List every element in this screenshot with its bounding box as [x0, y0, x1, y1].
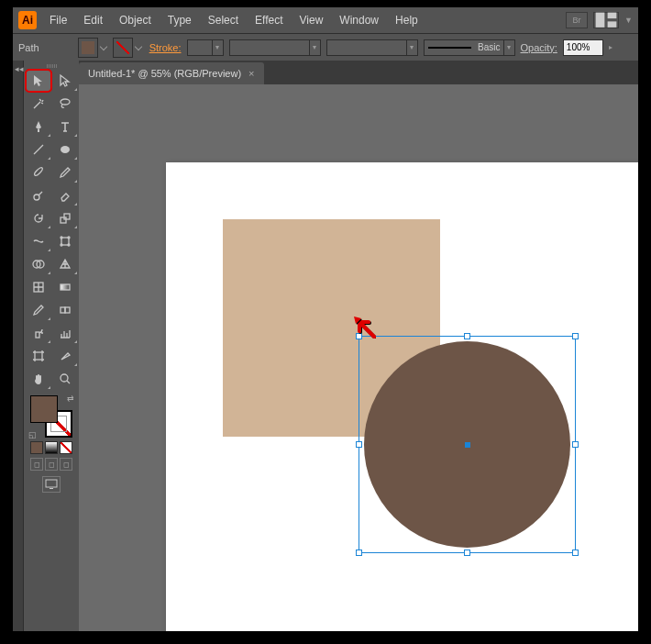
- selection-handle-w[interactable]: [356, 441, 362, 448]
- toolbox-grip[interactable]: [26, 62, 77, 70]
- tab-title: Untitled-1* @ 55% (RGB/Preview): [88, 68, 241, 79]
- menu-object[interactable]: Object: [112, 10, 159, 30]
- type-tool[interactable]: [52, 116, 78, 138]
- svg-rect-8: [61, 238, 69, 245]
- default-colors-icon[interactable]: ◱: [28, 430, 37, 439]
- slice-tool[interactable]: [52, 345, 78, 367]
- opacity-chevron-icon[interactable]: ▸: [609, 43, 620, 51]
- ellipse-tool[interactable]: [52, 139, 78, 161]
- perspective-grid-tool[interactable]: [52, 253, 78, 275]
- rotate-tool[interactable]: [26, 207, 51, 229]
- svg-rect-16: [61, 284, 70, 290]
- blob-brush-tool[interactable]: [26, 184, 51, 206]
- menu-effect[interactable]: Effect: [248, 10, 290, 30]
- variable-width-combo[interactable]: ▾: [326, 39, 418, 56]
- eraser-tool[interactable]: [52, 184, 78, 206]
- content-area: ◂◂: [13, 61, 638, 631]
- svg-rect-19: [36, 332, 39, 338]
- eyedropper-tool[interactable]: [26, 299, 51, 321]
- chevron-down-icon[interactable]: ▼: [624, 16, 633, 25]
- svg-rect-18: [65, 307, 70, 313]
- svg-rect-2: [608, 22, 617, 28]
- arrange-docs-button[interactable]: [593, 12, 619, 28]
- svg-rect-22: [46, 480, 57, 487]
- draw-mode-row: ◻ ◻ ◻: [30, 458, 72, 471]
- direct-selection-tool[interactable]: [52, 70, 78, 92]
- color-mode-solid[interactable]: [30, 441, 43, 454]
- draw-normal-button[interactable]: ◻: [30, 458, 43, 471]
- mesh-tool[interactable]: [26, 276, 51, 298]
- selection-handle-ne[interactable]: [572, 333, 579, 339]
- selection-tool[interactable]: [26, 70, 51, 92]
- menu-view[interactable]: View: [292, 10, 331, 30]
- gradient-tool[interactable]: [52, 276, 78, 298]
- hand-tool[interactable]: [26, 368, 51, 390]
- svg-rect-23: [50, 488, 53, 489]
- brush-definition-combo[interactable]: ▾: [229, 39, 321, 56]
- toolbox: ⇄ ◱ ◻ ◻ ◻: [24, 61, 79, 631]
- selection-bounding-box[interactable]: [359, 336, 576, 553]
- lasso-tool[interactable]: [52, 93, 78, 115]
- fill-color-indicator[interactable]: [30, 395, 58, 423]
- bridge-button[interactable]: Br: [566, 12, 588, 28]
- fill-swatch[interactable]: [78, 38, 98, 58]
- color-mode-none[interactable]: [60, 441, 72, 454]
- app-window: Ai File Edit Object Type Select Effect V…: [13, 7, 638, 631]
- svg-point-21: [61, 374, 68, 382]
- opacity-label[interactable]: Opacity:: [521, 42, 557, 53]
- stroke-swatch[interactable]: [113, 38, 133, 58]
- menu-type[interactable]: Type: [160, 10, 199, 30]
- pencil-tool[interactable]: [52, 161, 78, 183]
- svg-rect-7: [64, 214, 70, 219]
- svg-rect-0: [596, 13, 605, 28]
- shape-builder-tool[interactable]: [26, 253, 51, 275]
- draw-inside-button[interactable]: ◻: [60, 458, 72, 471]
- scale-tool[interactable]: [52, 207, 78, 229]
- annotation-arrow-icon: [347, 309, 383, 350]
- menu-edit[interactable]: Edit: [76, 10, 110, 30]
- panel-collapse-column[interactable]: ◂◂: [13, 61, 24, 631]
- menu-help[interactable]: Help: [388, 10, 425, 30]
- document-tab[interactable]: Untitled-1* @ 55% (RGB/Preview) ×: [79, 62, 264, 84]
- fill-stroke-indicator[interactable]: ⇄ ◱: [30, 395, 72, 438]
- control-bar: Path Stroke: ▾ ▾ ▾ Basic ▾ Opacity: 100%…: [13, 33, 638, 61]
- width-tool[interactable]: [26, 230, 51, 252]
- zoom-tool[interactable]: [52, 368, 78, 390]
- stroke-label[interactable]: Stroke:: [149, 42, 182, 53]
- free-transform-tool[interactable]: [52, 230, 78, 252]
- screen-mode-button[interactable]: [42, 476, 61, 493]
- selection-handle-sw[interactable]: [356, 550, 362, 556]
- document-area: Untitled-1* @ 55% (RGB/Preview) ×: [79, 61, 638, 631]
- stroke-weight-input[interactable]: ▾: [187, 39, 224, 56]
- svg-rect-1: [608, 13, 617, 19]
- brush-profile-label: Basic: [475, 42, 502, 52]
- selection-handle-s[interactable]: [464, 550, 470, 556]
- menu-window[interactable]: Window: [332, 10, 386, 30]
- color-mode-gradient[interactable]: [45, 441, 58, 454]
- svg-rect-17: [61, 307, 65, 313]
- magic-wand-tool[interactable]: [26, 93, 51, 115]
- symbol-sprayer-tool[interactable]: [26, 322, 51, 344]
- opacity-input[interactable]: 100%: [563, 39, 603, 56]
- app-logo-icon: Ai: [18, 11, 37, 29]
- selection-handle-n[interactable]: [464, 333, 470, 339]
- canvas[interactable]: [79, 84, 638, 631]
- draw-behind-button[interactable]: ◻: [45, 458, 58, 471]
- document-tabs: Untitled-1* @ 55% (RGB/Preview) ×: [79, 61, 638, 84]
- blend-tool[interactable]: [52, 299, 78, 321]
- artboard-tool[interactable]: [26, 345, 51, 367]
- brush-profile-combo[interactable]: Basic ▾: [424, 39, 515, 56]
- column-graph-tool[interactable]: [52, 322, 78, 344]
- pen-tool[interactable]: [26, 116, 51, 138]
- selection-handle-se[interactable]: [572, 550, 579, 556]
- paintbrush-tool[interactable]: [26, 161, 51, 183]
- selection-type-label: Path: [18, 42, 39, 53]
- menu-select[interactable]: Select: [201, 10, 246, 30]
- selection-handle-e[interactable]: [572, 441, 579, 448]
- menu-file[interactable]: File: [42, 10, 74, 30]
- titlebar-right: Br ▼: [566, 12, 633, 28]
- swap-colors-icon[interactable]: ⇄: [67, 394, 74, 403]
- tab-close-button[interactable]: ×: [248, 68, 254, 79]
- titlebar: Ai File Edit Object Type Select Effect V…: [13, 7, 638, 33]
- line-tool[interactable]: [26, 139, 51, 161]
